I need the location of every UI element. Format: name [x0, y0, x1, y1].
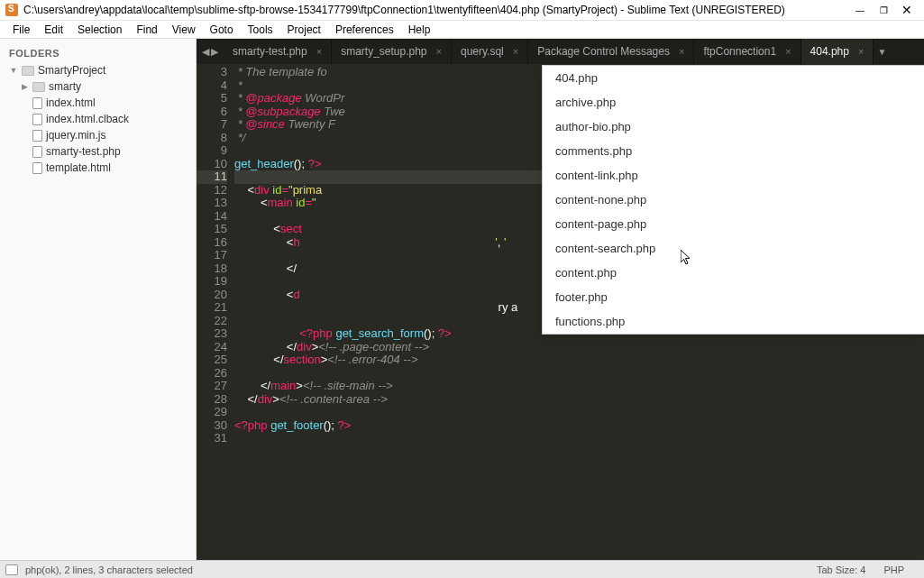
tab-smarty-test[interactable]: smarty-test.php × [224, 39, 332, 64]
sidebar-file[interactable]: jquery.min.js [0, 127, 196, 143]
goto-item[interactable]: functions.php [543, 309, 924, 334]
code-line[interactable]: </div><!-- .content-area --> [234, 393, 841, 407]
nav-back-icon[interactable]: ◀ [202, 46, 209, 58]
minimize-button[interactable]: — [848, 1, 872, 19]
app-icon [5, 4, 18, 16]
menu-goto[interactable]: Goto [203, 23, 241, 36]
menu-view[interactable]: View [165, 23, 203, 36]
tab-label: ftpConnection1 [703, 45, 776, 58]
code-line[interactable]: </main><!-- .site-main --> [234, 380, 841, 393]
window-controls: — ❐ ✕ [848, 1, 919, 19]
goto-item[interactable]: content-none.php [543, 188, 924, 212]
tab-404-php[interactable]: 404.php × [801, 39, 874, 64]
nav-forward-icon[interactable]: ▶ [211, 46, 218, 58]
sidebar-title: FOLDERS [0, 44, 196, 62]
workspace: FOLDERS ▼ SmartyProject ▶ smarty index.h… [0, 39, 924, 560]
close-icon[interactable]: × [679, 46, 684, 57]
titlebar: C:\users\andrey\appdata\local\temp\subli… [0, 0, 924, 21]
close-button[interactable]: ✕ [895, 1, 919, 19]
tab-size-indicator[interactable]: Tab Size: 4 [817, 564, 865, 575]
tab-label: smarty_setup.php [341, 45, 426, 58]
tree-label: index.html.clback [46, 113, 129, 125]
tab-smarty-setup[interactable]: smarty_setup.php × [332, 39, 452, 64]
tab-nav: ◀ ▶ [197, 39, 224, 64]
status-left: php(ok), 2 lines, 3 characters selected [5, 564, 193, 575]
maximize-button[interactable]: ❐ [872, 1, 895, 19]
goto-list: 404.phparchive.phpauthor-bio.phpcomments… [543, 66, 924, 334]
sidebar-folder-smartyproject[interactable]: ▼ SmartyProject [0, 62, 196, 78]
code-line[interactable] [234, 367, 841, 381]
file-icon [32, 162, 42, 174]
tree-label: smarty [49, 80, 81, 93]
panel-switcher-icon[interactable] [5, 564, 18, 575]
sidebar-folder-smarty[interactable]: ▶ smarty [0, 78, 196, 95]
goto-item[interactable]: content-link.php [543, 163, 924, 188]
window-title: C:\users\andrey\appdata\local\temp\subli… [23, 4, 785, 16]
status-message: php(ok), 2 lines, 3 characters selected [25, 564, 193, 575]
close-icon[interactable]: × [785, 46, 791, 57]
menu-help[interactable]: Help [401, 23, 438, 36]
file-icon [32, 146, 42, 158]
goto-anything-panel[interactable]: 404.phparchive.phpauthor-bio.phpcomments… [542, 65, 924, 335]
goto-item[interactable]: footer.php [543, 285, 924, 309]
folder-icon [32, 82, 45, 92]
sidebar-file[interactable]: template.html [0, 160, 196, 176]
tree-label: jquery.min.js [46, 129, 105, 142]
menu-find[interactable]: Find [129, 23, 164, 36]
tabbar: ◀ ▶ smarty-test.php × smarty_setup.php ×… [197, 39, 924, 64]
tab-label: 404.php [810, 45, 849, 58]
goto-item[interactable]: archive.php [543, 90, 924, 115]
editor-area: ◀ ▶ smarty-test.php × smarty_setup.php ×… [197, 39, 924, 560]
menu-tools[interactable]: Tools [241, 23, 280, 36]
menu-preferences[interactable]: Preferences [328, 23, 401, 36]
code-line[interactable]: </section><!-- .error-404 --> [234, 353, 841, 367]
menu-selection[interactable]: Selection [70, 23, 129, 36]
goto-item[interactable]: comments.php [543, 139, 924, 163]
line-gutter: 3456789101112131415161718192021222324252… [197, 64, 234, 560]
sidebar[interactable]: FOLDERS ▼ SmartyProject ▶ smarty index.h… [0, 39, 197, 560]
tree-label: smarty-test.php [46, 145, 121, 158]
disclosure-triangle-icon[interactable]: ▶ [20, 82, 29, 91]
tab-label: Package Control Messages [537, 45, 670, 58]
tab-label: query.sql [461, 45, 504, 58]
close-icon[interactable]: × [513, 46, 518, 57]
file-icon [32, 114, 42, 125]
menu-file[interactable]: File [5, 23, 37, 36]
sidebar-file[interactable]: index.html.clback [0, 111, 196, 127]
syntax-indicator[interactable]: PHP [883, 564, 904, 575]
close-icon[interactable]: × [436, 46, 442, 57]
tab-overflow-icon[interactable]: ▼ [874, 39, 890, 64]
mouse-cursor-icon [681, 250, 691, 266]
status-right: Tab Size: 4 PHP [817, 564, 919, 575]
tree-label: SmartyProject [38, 64, 105, 77]
sidebar-file[interactable]: index.html [0, 95, 196, 111]
menu-project[interactable]: Project [280, 23, 328, 36]
code-line[interactable] [234, 406, 841, 419]
goto-item[interactable]: content-page.php [543, 212, 924, 236]
file-icon [32, 130, 42, 142]
sidebar-file[interactable]: smarty-test.php [0, 143, 196, 160]
close-icon[interactable]: × [858, 46, 864, 57]
code-line[interactable]: </div><!-- .page-content --> [234, 341, 841, 354]
goto-item[interactable]: author-bio.php [543, 115, 924, 139]
titlebar-left: C:\users\andrey\appdata\local\temp\subli… [5, 4, 785, 16]
close-icon[interactable]: × [316, 46, 322, 57]
file-icon [32, 97, 42, 109]
tree-label: template.html [46, 161, 111, 174]
code-line[interactable] [234, 432, 841, 445]
folder-icon [22, 66, 34, 76]
disclosure-triangle-icon[interactable]: ▼ [9, 66, 18, 75]
tab-label: smarty-test.php [233, 45, 307, 58]
menu-edit[interactable]: Edit [37, 23, 70, 36]
tab-ftpconnection[interactable]: ftpConnection1 × [694, 39, 800, 64]
tab-query-sql[interactable]: query.sql × [452, 39, 528, 64]
goto-item[interactable]: 404.php [543, 66, 924, 90]
goto-item[interactable]: content-search.php [543, 236, 924, 261]
menubar: File Edit Selection Find View Goto Tools… [0, 21, 924, 39]
goto-item[interactable]: content.php [543, 261, 924, 285]
statusbar: php(ok), 2 lines, 3 characters selected … [0, 560, 924, 578]
tab-package-control[interactable]: Package Control Messages × [528, 39, 694, 64]
tree-label: index.html [46, 96, 96, 109]
code-line[interactable]: <?php get_footer(); ?> [234, 419, 841, 433]
